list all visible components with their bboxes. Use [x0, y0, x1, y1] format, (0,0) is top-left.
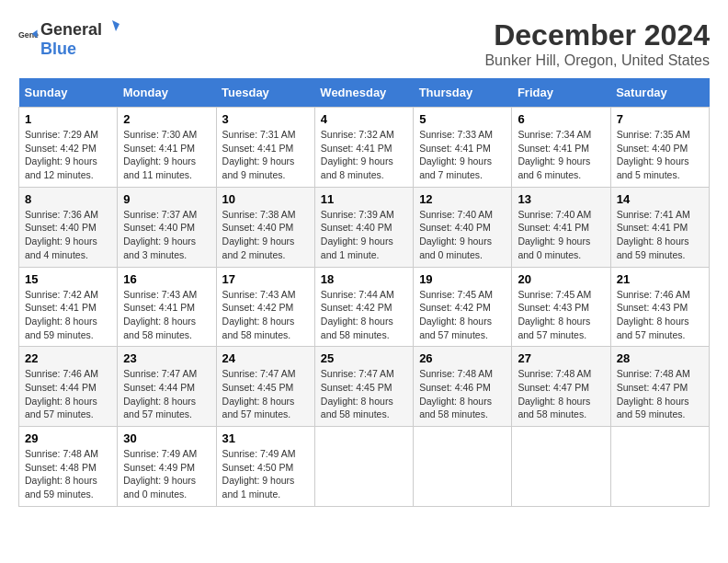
day-number: 31: [222, 431, 309, 445]
calendar-cell: 11Sunrise: 7:39 AM Sunset: 4:40 PM Dayli…: [314, 187, 413, 267]
col-header-friday: Friday: [512, 78, 610, 108]
day-info: Sunrise: 7:30 AM Sunset: 4:41 PM Dayligh…: [123, 128, 210, 182]
day-info: Sunrise: 7:40 AM Sunset: 4:41 PM Dayligh…: [518, 208, 604, 262]
day-number: 28: [617, 351, 703, 365]
day-number: 30: [123, 431, 210, 445]
calendar-week-row: 1Sunrise: 7:29 AM Sunset: 4:42 PM Daylig…: [19, 108, 710, 188]
calendar-cell: 19Sunrise: 7:45 AM Sunset: 4:42 PM Dayli…: [414, 267, 512, 347]
day-info: Sunrise: 7:34 AM Sunset: 4:41 PM Dayligh…: [518, 128, 604, 182]
day-number: 19: [419, 272, 506, 286]
day-number: 20: [518, 272, 604, 286]
day-number: 18: [321, 272, 407, 286]
day-number: 29: [25, 431, 111, 445]
calendar-body: 1Sunrise: 7:29 AM Sunset: 4:42 PM Daylig…: [19, 108, 710, 507]
col-header-wednesday: Wednesday: [314, 78, 413, 108]
day-number: 16: [123, 272, 210, 286]
calendar-cell: 4Sunrise: 7:32 AM Sunset: 4:41 PM Daylig…: [314, 108, 413, 188]
calendar-week-row: 22Sunrise: 7:46 AM Sunset: 4:44 PM Dayli…: [19, 347, 710, 427]
calendar-cell: 15Sunrise: 7:42 AM Sunset: 4:41 PM Dayli…: [19, 267, 118, 347]
calendar-table: SundayMondayTuesdayWednesdayThursdayFrid…: [18, 78, 710, 507]
calendar-cell: 18Sunrise: 7:44 AM Sunset: 4:42 PM Dayli…: [314, 267, 413, 347]
calendar-cell: 25Sunrise: 7:47 AM Sunset: 4:45 PM Dayli…: [314, 347, 413, 427]
calendar-cell: 10Sunrise: 7:38 AM Sunset: 4:40 PM Dayli…: [216, 187, 314, 267]
day-number: 11: [321, 192, 407, 206]
calendar-cell: 14Sunrise: 7:41 AM Sunset: 4:41 PM Dayli…: [610, 187, 709, 267]
day-info: Sunrise: 7:48 AM Sunset: 4:46 PM Dayligh…: [419, 367, 506, 421]
calendar-cell: 6Sunrise: 7:34 AM Sunset: 4:41 PM Daylig…: [512, 108, 610, 188]
day-info: Sunrise: 7:49 AM Sunset: 4:49 PM Dayligh…: [123, 447, 210, 501]
calendar-cell: [610, 427, 709, 507]
calendar-cell: 16Sunrise: 7:43 AM Sunset: 4:41 PM Dayli…: [118, 267, 216, 347]
subtitle: Bunker Hill, Oregon, United States: [484, 52, 710, 69]
day-number: 13: [518, 192, 604, 206]
day-info: Sunrise: 7:45 AM Sunset: 4:42 PM Dayligh…: [419, 288, 506, 342]
calendar-cell: 5Sunrise: 7:33 AM Sunset: 4:41 PM Daylig…: [414, 108, 512, 188]
calendar-cell: 24Sunrise: 7:47 AM Sunset: 4:45 PM Dayli…: [216, 347, 314, 427]
logo-general: General: [40, 20, 102, 40]
day-number: 8: [25, 192, 111, 206]
day-info: Sunrise: 7:43 AM Sunset: 4:41 PM Dayligh…: [123, 288, 210, 342]
calendar-cell: 2Sunrise: 7:30 AM Sunset: 4:41 PM Daylig…: [118, 108, 216, 188]
day-number: 27: [518, 351, 604, 365]
logo-triangle-icon: [103, 18, 119, 35]
calendar-week-row: 15Sunrise: 7:42 AM Sunset: 4:41 PM Dayli…: [19, 267, 710, 347]
calendar-week-row: 29Sunrise: 7:48 AM Sunset: 4:48 PM Dayli…: [19, 427, 710, 507]
main-title: December 2024: [484, 18, 710, 52]
day-info: Sunrise: 7:40 AM Sunset: 4:40 PM Dayligh…: [419, 208, 506, 262]
day-info: Sunrise: 7:42 AM Sunset: 4:41 PM Dayligh…: [25, 288, 111, 342]
calendar-week-row: 8Sunrise: 7:36 AM Sunset: 4:40 PM Daylig…: [19, 187, 710, 267]
day-info: Sunrise: 7:35 AM Sunset: 4:40 PM Dayligh…: [617, 128, 703, 182]
calendar-cell: [512, 427, 610, 507]
calendar-cell: 28Sunrise: 7:48 AM Sunset: 4:47 PM Dayli…: [610, 347, 709, 427]
logo-blue: Blue: [40, 40, 120, 59]
calendar-cell: 22Sunrise: 7:46 AM Sunset: 4:44 PM Dayli…: [19, 347, 118, 427]
day-number: 15: [25, 272, 111, 286]
logo: General General Blue: [18, 18, 120, 59]
day-info: Sunrise: 7:36 AM Sunset: 4:40 PM Dayligh…: [25, 208, 111, 262]
calendar-cell: 12Sunrise: 7:40 AM Sunset: 4:40 PM Dayli…: [414, 187, 512, 267]
day-number: 6: [518, 112, 604, 126]
col-header-monday: Monday: [118, 78, 216, 108]
day-number: 26: [419, 351, 506, 365]
day-number: 4: [321, 112, 407, 126]
day-info: Sunrise: 7:47 AM Sunset: 4:45 PM Dayligh…: [222, 367, 309, 421]
calendar-cell: 13Sunrise: 7:40 AM Sunset: 4:41 PM Dayli…: [512, 187, 610, 267]
calendar-cell: 9Sunrise: 7:37 AM Sunset: 4:40 PM Daylig…: [118, 187, 216, 267]
calendar-cell: 29Sunrise: 7:48 AM Sunset: 4:48 PM Dayli…: [19, 427, 118, 507]
day-info: Sunrise: 7:48 AM Sunset: 4:48 PM Dayligh…: [25, 447, 111, 501]
col-header-tuesday: Tuesday: [216, 78, 314, 108]
day-info: Sunrise: 7:32 AM Sunset: 4:41 PM Dayligh…: [321, 128, 407, 182]
day-number: 17: [222, 272, 309, 286]
calendar-cell: [314, 427, 413, 507]
calendar-header-row: SundayMondayTuesdayWednesdayThursdayFrid…: [19, 78, 710, 108]
title-area: December 2024 Bunker Hill, Oregon, Unite…: [484, 18, 710, 69]
day-number: 2: [123, 112, 210, 126]
day-info: Sunrise: 7:45 AM Sunset: 4:43 PM Dayligh…: [518, 288, 604, 342]
calendar-cell: 21Sunrise: 7:46 AM Sunset: 4:43 PM Dayli…: [610, 267, 709, 347]
calendar-cell: 23Sunrise: 7:47 AM Sunset: 4:44 PM Dayli…: [118, 347, 216, 427]
day-number: 22: [25, 351, 111, 365]
col-header-saturday: Saturday: [610, 78, 709, 108]
day-info: Sunrise: 7:31 AM Sunset: 4:41 PM Dayligh…: [222, 128, 309, 182]
calendar-cell: 8Sunrise: 7:36 AM Sunset: 4:40 PM Daylig…: [19, 187, 118, 267]
day-number: 25: [321, 351, 407, 365]
calendar-cell: 1Sunrise: 7:29 AM Sunset: 4:42 PM Daylig…: [19, 108, 118, 188]
calendar-cell: 26Sunrise: 7:48 AM Sunset: 4:46 PM Dayli…: [414, 347, 512, 427]
day-number: 3: [222, 112, 309, 126]
day-number: 23: [123, 351, 210, 365]
calendar-cell: 3Sunrise: 7:31 AM Sunset: 4:41 PM Daylig…: [216, 108, 314, 188]
day-number: 24: [222, 351, 309, 365]
col-header-thursday: Thursday: [414, 78, 512, 108]
day-number: 12: [419, 192, 506, 206]
day-info: Sunrise: 7:39 AM Sunset: 4:40 PM Dayligh…: [321, 208, 407, 262]
day-info: Sunrise: 7:48 AM Sunset: 4:47 PM Dayligh…: [518, 367, 604, 421]
day-info: Sunrise: 7:33 AM Sunset: 4:41 PM Dayligh…: [419, 128, 506, 182]
day-info: Sunrise: 7:43 AM Sunset: 4:42 PM Dayligh…: [222, 288, 309, 342]
calendar-cell: 30Sunrise: 7:49 AM Sunset: 4:49 PM Dayli…: [118, 427, 216, 507]
day-info: Sunrise: 7:48 AM Sunset: 4:47 PM Dayligh…: [617, 367, 703, 421]
day-info: Sunrise: 7:46 AM Sunset: 4:44 PM Dayligh…: [25, 367, 111, 421]
day-number: 1: [25, 112, 111, 126]
calendar-cell: 27Sunrise: 7:48 AM Sunset: 4:47 PM Dayli…: [512, 347, 610, 427]
day-number: 5: [419, 112, 506, 126]
day-info: Sunrise: 7:47 AM Sunset: 4:45 PM Dayligh…: [321, 367, 407, 421]
